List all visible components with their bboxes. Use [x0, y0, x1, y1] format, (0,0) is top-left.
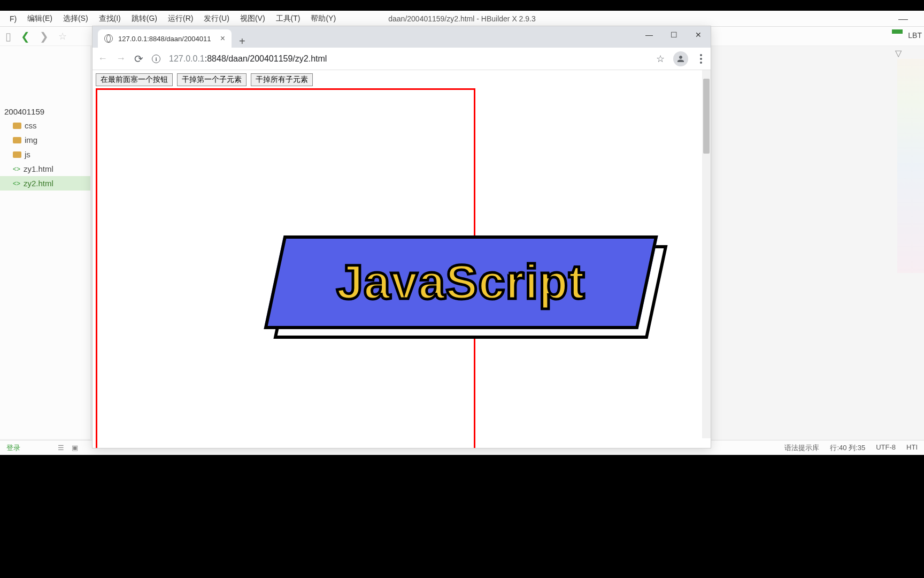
nav-forward-icon[interactable]: → — [116, 53, 126, 64]
folder-icon — [13, 137, 21, 143]
globe-icon — [104, 34, 113, 43]
page-button-remove-first[interactable]: 干掉第一个子元素 — [177, 73, 247, 86]
tree-item-zy1[interactable]: <>zy1.html — [0, 162, 90, 176]
page-button-prepend[interactable]: 在最前面塞一个按钮 — [96, 73, 173, 86]
toolbar-collapse-icon[interactable]: ▯ — [5, 30, 11, 43]
status-encoding[interactable]: UTF-8 — [876, 443, 896, 453]
hbuilder-title: daan/200401159/zy2.html - HBuilder X 2.9… — [388, 11, 536, 27]
window-close-icon[interactable]: ✕ — [686, 26, 711, 43]
menu-publish[interactable]: 发行(U) — [198, 14, 234, 24]
tree-item-js[interactable]: js — [0, 147, 90, 162]
status-lang[interactable]: HTI — [906, 443, 918, 453]
filter-icon[interactable]: ▽ — [895, 48, 902, 58]
page-button-remove-all[interactable]: 干掉所有子元素 — [251, 73, 313, 86]
toolbar-back-icon[interactable]: ❮ — [21, 30, 30, 43]
tab-close-icon[interactable]: × — [220, 34, 225, 43]
tab-title: 127.0.0.1:8848/daan/2004011 — [118, 35, 211, 43]
status-syntax[interactable]: 语法提示库 — [784, 443, 819, 453]
menu-edit[interactable]: 编辑(E) — [22, 14, 58, 24]
code-minimap[interactable] — [897, 59, 924, 273]
status-terminal-icon[interactable]: ▣ — [72, 444, 78, 452]
vertical-scrollbar[interactable] — [702, 70, 711, 438]
html-file-icon: <> — [13, 180, 20, 187]
tree-item-img[interactable]: img — [0, 133, 90, 147]
status-login[interactable]: 登录 — [6, 443, 20, 453]
menu-run[interactable]: 运行(R) — [163, 14, 198, 24]
menu-select[interactable]: 选择(S) — [58, 14, 94, 24]
menu-help[interactable]: 帮助(Y) — [305, 14, 341, 24]
menu-tools[interactable]: 工具(T) — [271, 14, 306, 24]
window-minimize-icon[interactable]: — — [637, 26, 661, 43]
status-cursor: 行:40 列:35 — [830, 443, 865, 453]
new-tab-button[interactable]: + — [232, 35, 253, 48]
menu-view[interactable]: 视图(V) — [235, 14, 271, 24]
menu-file[interactable]: F) — [4, 14, 22, 23]
toolbar-star-icon[interactable]: ☆ — [58, 31, 67, 42]
site-info-icon[interactable]: i — [152, 55, 160, 63]
scroll-thumb[interactable] — [703, 79, 710, 154]
profile-avatar-icon[interactable] — [673, 51, 688, 66]
reload-icon[interactable]: ⟳ — [134, 52, 143, 65]
nav-back-icon[interactable]: ← — [98, 53, 107, 64]
chrome-tab[interactable]: 127.0.0.1:8848/daan/2004011 × — [98, 29, 232, 48]
banner-text: JavaScript — [336, 255, 585, 310]
menu-find[interactable]: 查找(I) — [94, 14, 126, 24]
toolbar-forward-icon[interactable]: ❯ — [40, 30, 49, 43]
project-root[interactable]: 200401159 — [0, 105, 90, 118]
chrome-titlebar: 127.0.0.1:8848/daan/2004011 × + — ☐ ✕ — [93, 26, 711, 48]
hbuilder-minimize-icon[interactable]: — — [893, 11, 913, 27]
javascript-banner: JavaScript — [274, 235, 659, 340]
bookmark-star-icon[interactable]: ☆ — [656, 53, 665, 65]
menu-goto[interactable]: 跳转(G) — [126, 14, 163, 24]
window-maximize-icon[interactable]: ☐ — [661, 26, 686, 43]
chrome-menu-icon[interactable] — [697, 54, 705, 64]
editor-badge — [892, 29, 903, 34]
html-file-icon: <> — [13, 165, 20, 173]
chrome-addressbar: ← → ⟳ i 127.0.0.1:8848/daan/200401159/zy… — [93, 48, 711, 70]
status-list-icon[interactable]: ☰ — [58, 444, 64, 452]
url-input[interactable]: 127.0.0.1:8848/daan/200401159/zy2.html — [169, 54, 648, 64]
editor-right-label: LBT — [906, 31, 924, 40]
project-sidebar: 200401159 css img js <>zy1.html <>zy2.ht… — [0, 46, 91, 439]
folder-icon — [13, 151, 21, 158]
folder-icon — [13, 123, 21, 129]
tree-item-zy2[interactable]: <>zy2.html — [0, 176, 90, 191]
tree-item-css[interactable]: css — [0, 118, 90, 133]
